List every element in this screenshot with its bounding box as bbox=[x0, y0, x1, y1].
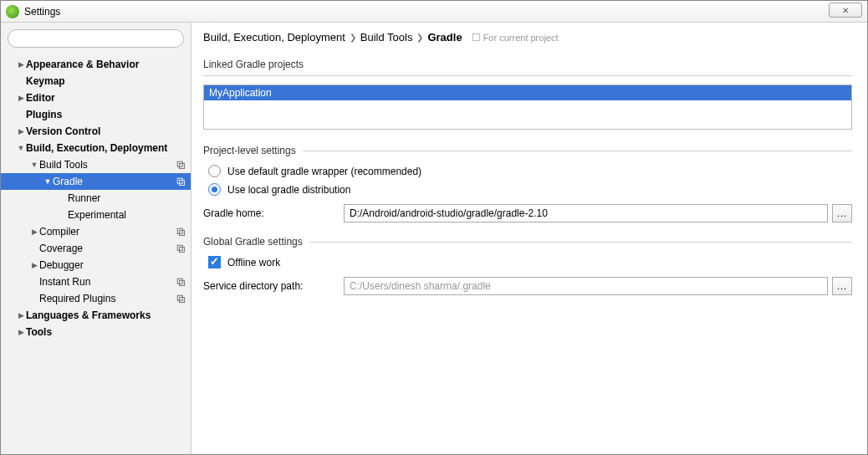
tree-item-label: Languages & Frameworks bbox=[26, 309, 186, 321]
tree-item[interactable]: ▼Build Tools bbox=[1, 156, 191, 173]
close-icon: ✕ bbox=[842, 6, 849, 15]
service-directory-label: Service directory path: bbox=[203, 280, 344, 292]
tree-item-label: Keymap bbox=[26, 75, 186, 87]
expand-icon[interactable]: ▶ bbox=[29, 228, 39, 236]
breadcrumb-item-current: Gradle bbox=[427, 31, 462, 43]
tree-item[interactable]: ▶Debugger bbox=[1, 257, 191, 274]
tree-item[interactable]: ▶Appearance & Behavior bbox=[1, 56, 191, 73]
project-icon bbox=[472, 33, 481, 42]
expand-icon[interactable]: ▼ bbox=[43, 177, 53, 186]
sidebar: ▶Appearance & BehaviorKeymap▶EditorPlugi… bbox=[1, 23, 191, 454]
window-close-button[interactable]: ✕ bbox=[829, 3, 862, 18]
browse-button[interactable]: ... bbox=[832, 204, 852, 222]
gradle-home-label: Gradle home: bbox=[203, 207, 344, 219]
expand-icon[interactable]: ▼ bbox=[29, 161, 39, 169]
radio-label: Use local gradle distribution bbox=[227, 184, 350, 196]
tree-item-label: Instant Run bbox=[39, 276, 176, 288]
expand-icon[interactable]: ▶ bbox=[16, 94, 26, 102]
project-scope-icon bbox=[176, 227, 186, 237]
section-project-level: Project-level settings bbox=[203, 145, 852, 156]
scope-label: For current project bbox=[472, 33, 559, 43]
search-input[interactable] bbox=[8, 29, 184, 48]
project-scope-icon bbox=[176, 294, 186, 304]
svg-rect-8 bbox=[177, 245, 182, 250]
tree-item[interactable]: ▼Gradle bbox=[1, 173, 191, 190]
svg-rect-9 bbox=[180, 248, 185, 253]
tree-item-label: Build Tools bbox=[39, 159, 176, 171]
tree-item[interactable]: Keymap bbox=[1, 73, 191, 89]
project-scope-icon bbox=[176, 243, 186, 253]
tree-item-label: Runner bbox=[68, 192, 186, 204]
project-scope-icon bbox=[176, 277, 186, 287]
divider bbox=[203, 75, 852, 76]
radio-local-distribution[interactable]: Use local gradle distribution bbox=[208, 183, 852, 196]
tree-item-label: Gradle bbox=[53, 176, 176, 187]
app-icon bbox=[6, 5, 19, 18]
tree-item[interactable]: Plugins bbox=[1, 106, 191, 123]
titlebar: Settings ✕ bbox=[1, 1, 867, 23]
tree-item[interactable]: Instant Run bbox=[1, 274, 191, 290]
tree-item-label: Coverage bbox=[39, 243, 176, 254]
tree-item-label: Editor bbox=[26, 92, 186, 104]
tree-item-label: Tools bbox=[26, 326, 186, 338]
tree-item[interactable]: Required Plugins bbox=[1, 290, 191, 307]
tree-item[interactable]: ▼Build, Execution, Deployment bbox=[1, 140, 191, 156]
service-directory-input[interactable] bbox=[344, 277, 828, 295]
tree-item-label: Version Control bbox=[26, 125, 186, 137]
breadcrumb-item[interactable]: Build, Execution, Deployment bbox=[203, 31, 345, 43]
tree-item-label: Appearance & Behavior bbox=[26, 59, 186, 70]
tree-item-label: Compiler bbox=[39, 226, 176, 238]
tree-item[interactable]: Experimental bbox=[1, 207, 191, 223]
gradle-home-input[interactable] bbox=[344, 204, 828, 222]
expand-icon[interactable]: ▶ bbox=[16, 311, 26, 320]
svg-rect-11 bbox=[180, 281, 185, 286]
list-item[interactable]: MyApplication bbox=[204, 85, 851, 100]
radio-icon bbox=[208, 165, 221, 177]
svg-rect-10 bbox=[177, 279, 182, 284]
project-scope-icon bbox=[176, 160, 186, 170]
tree-item[interactable]: ▶Tools bbox=[1, 324, 191, 340]
expand-icon[interactable]: ▶ bbox=[16, 60, 26, 69]
tree-item[interactable]: Runner bbox=[1, 190, 191, 207]
service-directory-row: Service directory path: ... bbox=[203, 277, 852, 295]
project-scope-icon bbox=[176, 176, 186, 187]
svg-rect-14 bbox=[472, 33, 479, 40]
linked-projects-list[interactable]: MyApplication bbox=[203, 84, 852, 130]
radio-label: Use default gradle wrapper (recommended) bbox=[227, 166, 421, 177]
checkbox-icon bbox=[208, 256, 221, 268]
expand-icon[interactable]: ▶ bbox=[16, 328, 26, 336]
offline-work-checkbox[interactable]: Offline work bbox=[208, 256, 852, 268]
svg-rect-6 bbox=[177, 228, 182, 233]
settings-window: Settings ✕ ▶Appearance & BehaviorKeymap▶… bbox=[0, 0, 868, 455]
divider bbox=[303, 151, 852, 151]
browse-button[interactable]: ... bbox=[832, 277, 852, 295]
expand-icon[interactable]: ▶ bbox=[29, 261, 39, 269]
expand-icon[interactable]: ▶ bbox=[16, 127, 26, 135]
svg-rect-7 bbox=[180, 231, 185, 236]
content-area: ▶Appearance & BehaviorKeymap▶EditorPlugi… bbox=[1, 23, 867, 454]
radio-default-wrapper[interactable]: Use default gradle wrapper (recommended) bbox=[208, 165, 852, 177]
tree-item-label: Plugins bbox=[26, 109, 186, 120]
svg-rect-3 bbox=[180, 164, 185, 169]
svg-rect-4 bbox=[177, 178, 182, 183]
tree-item-label: Experimental bbox=[68, 209, 186, 221]
section-global-label: Global Gradle settings bbox=[203, 236, 303, 248]
gradle-home-row: Gradle home: ... bbox=[203, 204, 852, 222]
section-global: Global Gradle settings bbox=[203, 236, 852, 248]
section-project-level-label: Project-level settings bbox=[203, 145, 296, 156]
chevron-right-icon: ❯ bbox=[350, 33, 356, 42]
tree-item[interactable]: ▶Compiler bbox=[1, 223, 191, 240]
tree-item[interactable]: Coverage bbox=[1, 240, 191, 257]
breadcrumb: Build, Execution, Deployment ❯ Build Too… bbox=[203, 31, 852, 43]
tree-item[interactable]: ▶Version Control bbox=[1, 123, 191, 140]
checkbox-label: Offline work bbox=[227, 257, 280, 268]
divider bbox=[309, 242, 852, 243]
settings-tree[interactable]: ▶Appearance & BehaviorKeymap▶EditorPlugi… bbox=[1, 54, 191, 454]
svg-rect-5 bbox=[180, 181, 185, 186]
svg-rect-13 bbox=[180, 298, 185, 303]
tree-item[interactable]: ▶Languages & Frameworks bbox=[1, 307, 191, 324]
chevron-right-icon: ❯ bbox=[416, 33, 423, 42]
expand-icon[interactable]: ▼ bbox=[16, 144, 26, 152]
breadcrumb-item[interactable]: Build Tools bbox=[360, 31, 413, 43]
tree-item[interactable]: ▶Editor bbox=[1, 89, 191, 106]
